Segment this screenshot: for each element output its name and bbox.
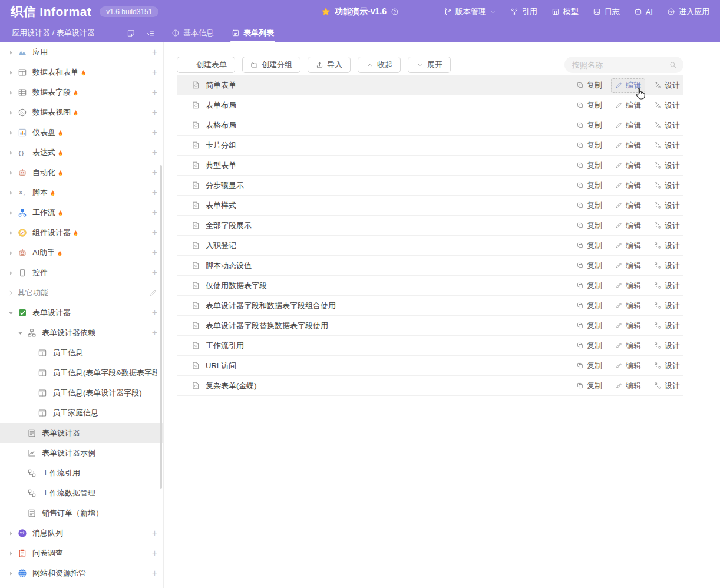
row-action-复制[interactable]: 复制 (576, 220, 602, 231)
row-action-复制[interactable]: 复制 (576, 200, 602, 211)
add-button[interactable]: + (152, 88, 157, 97)
sidebar-item-销售订单（新增）[interactable]: 销售订单（新增） (0, 503, 163, 523)
row-action-设计[interactable]: 设计 (654, 220, 680, 231)
row-action-设计[interactable]: 设计 (654, 180, 680, 191)
sidebar-item-员工信息(表单设计器字段)[interactable]: 员工信息(表单设计器字段) (0, 383, 163, 403)
row-action-设计[interactable]: 设计 (654, 120, 680, 131)
sidebar-item-脚本[interactable]: X2脚本+ (0, 183, 163, 203)
caret-down-icon[interactable] (7, 309, 15, 317)
sidebar-item-表单设计器示例[interactable]: 表单设计器示例 (0, 443, 163, 463)
form-row[interactable]: 卡片分组复制编辑设计 (177, 136, 683, 156)
caret-down-icon[interactable] (16, 329, 24, 337)
form-row[interactable]: 复杂表单(金蝶)复制编辑设计 (177, 376, 683, 396)
add-button[interactable]: + (152, 308, 157, 318)
row-action-设计[interactable]: 设计 (654, 381, 680, 391)
caret-right-icon[interactable] (7, 149, 15, 157)
row-action-编辑[interactable]: 编辑 (615, 160, 641, 171)
toolbar-button-创建表单[interactable]: 创建表单 (177, 57, 235, 73)
add-button[interactable]: + (152, 128, 157, 137)
row-action-复制[interactable]: 复制 (576, 120, 602, 131)
row-action-编辑[interactable]: 编辑 (611, 78, 645, 93)
toolbar-button-展开[interactable]: 展开 (408, 57, 451, 73)
sidebar-scrollbar[interactable] (160, 165, 162, 489)
sidebar-item-表单设计器[interactable]: 表单设计器+ (0, 303, 163, 323)
add-button[interactable]: + (152, 148, 157, 157)
row-action-编辑[interactable]: 编辑 (615, 260, 641, 271)
form-row[interactable]: 表单样式复制编辑设计 (177, 196, 683, 216)
caret-right-icon[interactable] (7, 69, 15, 77)
row-action-复制[interactable]: 复制 (576, 300, 602, 311)
add-button[interactable]: + (152, 528, 157, 538)
app-logo[interactable]: 织信 Informat (11, 4, 91, 20)
form-row[interactable]: 工作流引用复制编辑设计 (177, 336, 683, 356)
sidebar-item-partial[interactable] (0, 583, 163, 588)
row-action-复制[interactable]: 复制 (576, 341, 602, 351)
sidebar-item-其它功能[interactable]: 其它功能 (0, 283, 163, 303)
tab-基本信息[interactable]: 基本信息 (171, 24, 214, 42)
sidebar-item-组件设计器[interactable]: 组件设计器+ (0, 223, 163, 243)
row-action-复制[interactable]: 复制 (576, 80, 602, 91)
row-action-设计[interactable]: 设计 (654, 300, 680, 311)
add-button[interactable]: + (152, 228, 157, 237)
caret-right-icon[interactable] (7, 189, 15, 197)
add-button[interactable]: + (152, 328, 157, 338)
row-action-复制[interactable]: 复制 (576, 160, 602, 171)
form-row[interactable]: URL访问复制编辑设计 (177, 356, 683, 376)
help-icon[interactable] (391, 8, 399, 16)
caret-right-icon[interactable] (7, 129, 15, 137)
tab-表单列表[interactable]: 表单列表 (232, 24, 274, 42)
row-action-编辑[interactable]: 编辑 (615, 381, 641, 391)
sidebar-item-消息队列[interactable]: 消息队列+ (0, 523, 163, 543)
form-row[interactable]: 仅使用数据表字段复制编辑设计 (177, 276, 683, 296)
sidebar-item-表达式[interactable]: { }表达式+ (0, 143, 163, 163)
sidebar-item-工作流引用[interactable]: 工作流引用 (0, 463, 163, 483)
row-action-复制[interactable]: 复制 (576, 361, 602, 371)
add-button[interactable]: + (152, 108, 157, 117)
add-button[interactable]: + (152, 68, 157, 77)
row-action-复制[interactable]: 复制 (576, 100, 602, 111)
sidebar-item-工作流数据管理[interactable]: 工作流数据管理 (0, 483, 163, 503)
row-action-编辑[interactable]: 编辑 (615, 140, 641, 151)
row-action-复制[interactable]: 复制 (576, 140, 602, 151)
row-action-复制[interactable]: 复制 (576, 240, 602, 251)
header-menu-版本管理[interactable]: 版本管理 (444, 6, 496, 17)
row-action-复制[interactable]: 复制 (576, 260, 602, 271)
form-row[interactable]: 分步骤显示复制编辑设计 (177, 176, 683, 196)
toolbar-button-创建分组[interactable]: 创建分组 (242, 57, 300, 73)
form-row[interactable]: 简单表单复制编辑设计 (177, 75, 683, 95)
caret-right-icon[interactable] (7, 109, 15, 117)
row-action-设计[interactable]: 设计 (654, 280, 680, 291)
row-action-编辑[interactable]: 编辑 (615, 240, 641, 251)
form-row[interactable]: 表格布局复制编辑设计 (177, 115, 683, 136)
sidebar-item-表单设计器[interactable]: 表单设计器 (0, 423, 163, 443)
caret-right-icon[interactable] (7, 89, 15, 97)
add-button[interactable]: + (152, 188, 157, 197)
row-action-编辑[interactable]: 编辑 (615, 341, 641, 351)
pencil-icon[interactable] (149, 289, 157, 297)
row-action-设计[interactable]: 设计 (654, 321, 680, 331)
sidebar-item-工作流[interactable]: 工作流+ (0, 203, 163, 223)
form-row[interactable]: 典型表单复制编辑设计 (177, 156, 683, 176)
toolbar-button-导入[interactable]: 导入 (308, 57, 351, 73)
row-action-编辑[interactable]: 编辑 (615, 321, 641, 331)
header-menu-日志[interactable]: 日志 (593, 6, 620, 17)
row-action-编辑[interactable]: 编辑 (615, 200, 641, 211)
sidebar-item-员工信息(表单字段&数据表字段)[interactable]: 员工信息(表单字段&数据表字段) (0, 363, 163, 383)
sidebar-item-问卷调查[interactable]: 问卷调查+ (0, 543, 163, 563)
row-action-设计[interactable]: 设计 (654, 80, 680, 91)
row-action-编辑[interactable]: 编辑 (615, 180, 641, 191)
row-action-编辑[interactable]: 编辑 (615, 120, 641, 131)
form-row[interactable]: 脚本动态设值复制编辑设计 (177, 256, 683, 276)
outline-icon[interactable] (146, 29, 155, 38)
caret-right-icon[interactable] (7, 550, 15, 557)
header-menu-模型[interactable]: 模型 (551, 6, 579, 17)
sidebar-item-表单设计器依赖[interactable]: 表单设计器依赖+ (0, 323, 163, 343)
caret-right-icon[interactable] (7, 209, 15, 217)
row-action-设计[interactable]: 设计 (654, 200, 680, 211)
row-action-设计[interactable]: 设计 (654, 341, 680, 351)
row-action-编辑[interactable]: 编辑 (615, 100, 641, 111)
row-action-复制[interactable]: 复制 (576, 381, 602, 391)
search-input[interactable] (564, 57, 683, 73)
add-button[interactable]: + (152, 208, 157, 217)
row-action-复制[interactable]: 复制 (576, 280, 602, 291)
